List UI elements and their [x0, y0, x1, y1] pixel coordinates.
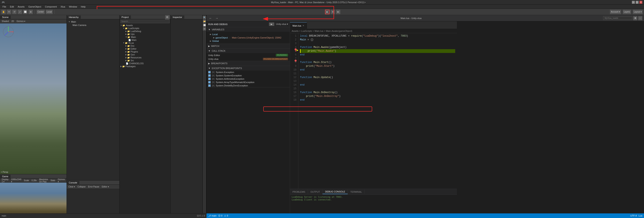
maximize-button[interactable]: □ [636, 1, 638, 4]
vscode-dots-btn[interactable]: ⋯ [638, 16, 642, 20]
menu-window[interactable]: Window [67, 5, 79, 8]
menu-assets[interactable]: Assets [16, 5, 26, 8]
pivot-btn[interactable]: Center [36, 10, 45, 14]
tree-item-main-folder[interactable]: ▼ 📁 Main [120, 36, 170, 39]
ex-checkbox-3[interactable]: ✓ [208, 81, 211, 83]
side-icon-4[interactable]: ⚙ [203, 27, 206, 31]
close-button[interactable]: ✕ [640, 1, 642, 4]
tree-item-luadebug[interactable]: ▶ 📁 LuaDebug [120, 30, 170, 33]
vscode-settings-btn[interactable]: ⚙ [633, 16, 637, 20]
tree-item-xlua[interactable]: ▼ 📁 XLua [120, 41, 170, 44]
callstack-unity-xlua[interactable]: Unity-xlua PAUSED ON BREAKPOINT [206, 57, 290, 61]
space-btn[interactable]: Local [46, 10, 53, 14]
transform-hand-btn[interactable]: ✋ [1, 10, 6, 14]
tree-item-doc[interactable]: ▶ 📁 Doc [120, 44, 170, 47]
callstack-content: Unity Editor RUNNING Unity-xlua PAUSED O… [206, 53, 290, 61]
tree-item-changelog[interactable]: 📄 CHANGELOG [120, 62, 170, 65]
debug-config-label[interactable]: Unity-xlua ▾ [276, 23, 288, 26]
minimize-button[interactable]: ─ [632, 1, 635, 4]
var-gameobject[interactable]: ▶ gameObject : Main Camera (UnityEngine.… [208, 36, 288, 39]
menu-help[interactable]: Help [79, 5, 88, 8]
menu-gameobject[interactable]: GameObject [27, 5, 43, 8]
step-button[interactable]: ⏭ [336, 10, 340, 14]
resolution-btn[interactable]: 1080x2340 ▾ [10, 178, 22, 183]
transform-scale-btn[interactable]: ⤢ [18, 10, 22, 14]
var-global[interactable]: ▶ Global [208, 39, 288, 43]
tree-item-editor[interactable]: ▶ 📁 Editor [120, 47, 170, 50]
stats-btn[interactable]: Stats [50, 179, 56, 182]
tree-item-plugins[interactable]: ▶ 📁 Plugins [120, 50, 170, 53]
tab-game[interactable]: Game [0, 175, 11, 178]
ex-checkbox-1[interactable]: ✓ [208, 74, 211, 77]
variables-header[interactable]: ▼ VARIABLES [206, 27, 290, 32]
layout-btn[interactable]: Layout ▾ [633, 10, 643, 14]
callstack-header[interactable]: ▼ CALL STACK [206, 49, 290, 53]
tree-item-gen[interactable]: ▶ 📁 Gen [120, 53, 170, 56]
tree-item-src[interactable]: ▶ 📁 Src [120, 59, 170, 62]
error-pause-btn[interactable]: Error Pause [87, 185, 100, 188]
side-icon-1[interactable]: 🔍 [203, 16, 206, 19]
tab-console[interactable]: Console [67, 181, 80, 184]
tab-inspector[interactable]: Inspector [171, 16, 184, 19]
ex-checkbox-2[interactable]: ✓ [208, 78, 211, 80]
hierarchy-item-main[interactable]: ▼ Main [68, 20, 118, 24]
project-search-input[interactable] [120, 20, 170, 23]
tab-debug-console[interactable]: DEBUG CONSOLE [322, 189, 348, 194]
tree-item-main-file[interactable]: 📄 Main [120, 39, 170, 41]
scene-shaded-btn[interactable]: Shaded [1, 20, 10, 23]
collapse-btn[interactable]: Collapse [76, 185, 86, 188]
side-icon-2[interactable]: 📂 [203, 20, 206, 23]
tab-project[interactable]: Project [120, 16, 131, 19]
tab-problems[interactable]: PROBLEMS [290, 190, 308, 194]
exception-arraymismatch[interactable]: ✓ [X] System.ArrayTypeMismatchException [206, 80, 290, 84]
tab-mainlua[interactable]: Main.lua ✕ [290, 22, 307, 29]
scene-2d-btn[interactable]: 2D [10, 20, 15, 23]
tree-item-assets[interactable]: ▼ 📁 Assets [120, 24, 170, 27]
vscode-search-input[interactable] [603, 16, 632, 20]
exception-system-ex[interactable]: ✓ [X] System.SystemException [206, 74, 290, 77]
tree-item-packages[interactable]: ▶ 📁 Packages [120, 65, 170, 68]
tab-scene[interactable]: Scene [0, 16, 11, 19]
exception-system[interactable]: ✓ [X] System.Exception [206, 70, 290, 74]
nav-forward-btn[interactable]: → [214, 16, 219, 21]
display-btn[interactable]: Display 1 ▾ [1, 178, 10, 183]
menu-component[interactable]: Component [43, 5, 58, 8]
transform-move-btn[interactable]: ✛ [7, 10, 11, 14]
exception-header[interactable]: ▼ EXCEPTION BREAKPOINTS [206, 66, 290, 70]
menu-edit[interactable]: Edit [8, 5, 16, 8]
menu-xlua[interactable]: Xlua [59, 5, 67, 8]
game-gizmos-btn[interactable]: Gizmos ▾ [57, 178, 66, 183]
transform-rect-btn[interactable]: ⬜ [23, 10, 28, 14]
nav-back-btn[interactable]: ← [208, 16, 213, 21]
tree-item-resources[interactable]: ▶ 📁 Resources [120, 56, 170, 59]
pause-button[interactable]: ⏸ [330, 10, 335, 14]
play-button[interactable]: ▶ [325, 10, 330, 14]
maximize-btn[interactable]: Maximize On Play [38, 178, 49, 183]
exception-arithmetic[interactable]: ✓ [X] System.ArithmeticException [206, 77, 290, 80]
account-btn[interactable]: Account ▾ [610, 10, 621, 14]
scene-gizmos-btn[interactable]: Gizmos ▾ [16, 20, 26, 23]
clear-btn[interactable]: Clear ▾ [68, 185, 76, 188]
transform-combined-btn[interactable]: ⊞ [28, 10, 33, 14]
tab-terminal[interactable]: TERMINAL [348, 190, 365, 194]
callstack-unity-editor[interactable]: Unity Editor RUNNING [206, 53, 290, 57]
exception-dividebyzero[interactable]: ✓ [X] System.DivideByZeroException [206, 84, 290, 87]
ex-checkbox-4[interactable]: ✓ [208, 84, 211, 87]
tab-output[interactable]: OUTPUT [308, 190, 322, 194]
side-icon-3[interactable]: ⬜ [203, 24, 206, 27]
editor-btn[interactable]: Editor ▾ [101, 185, 110, 188]
debug-run-btn[interactable]: ▶ [269, 22, 274, 26]
transform-rotate-btn[interactable]: ↺ [12, 10, 17, 14]
menu-file[interactable]: File [1, 5, 8, 8]
ex-checkbox-0[interactable]: ✓ [208, 71, 211, 73]
tab-close-btn[interactable]: ✕ [302, 25, 304, 27]
var-local[interactable]: ▶ Local [208, 33, 288, 36]
breakpoints-header[interactable]: ▶ BREAKPOINTS [206, 61, 290, 66]
tree-item-ups[interactable]: ▶ 📁 Ups [120, 33, 170, 36]
project-settings-btn[interactable]: ⚙ [165, 15, 170, 20]
layers-btn[interactable]: Layers [623, 10, 631, 14]
tree-item-luascripts[interactable]: ▼ 📁 LuaScripts [120, 27, 170, 30]
tab-hierarchy[interactable]: Hierarchy [67, 16, 81, 19]
watch-header[interactable]: ▶ WATCH [206, 44, 290, 48]
hierarchy-item-camera[interactable]: Main Camera [71, 24, 118, 27]
